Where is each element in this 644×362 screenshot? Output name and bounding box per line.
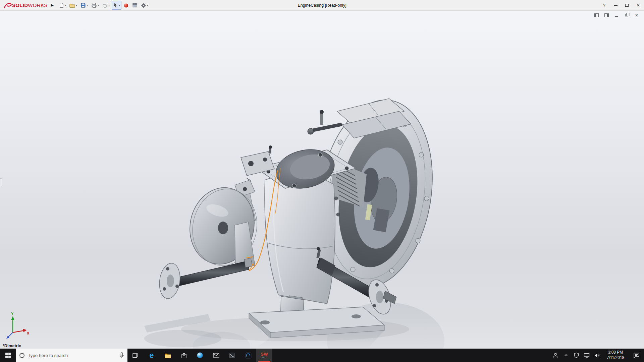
options-gear-icon: [141, 3, 146, 8]
view-orientation-label: *Dimetric: [3, 344, 21, 348]
open-button[interactable]: ▾: [68, 1, 78, 10]
design-table-icon: [132, 3, 138, 8]
edge-browser-button[interactable]: e: [144, 349, 160, 362]
start-button[interactable]: [0, 349, 16, 362]
graphics-viewport[interactable]: ✕: [0, 11, 644, 349]
undo-icon: [102, 3, 108, 8]
defender-button[interactable]: [572, 349, 580, 362]
new-caret[interactable]: ▾: [65, 4, 66, 7]
appearance-button[interactable]: [122, 1, 130, 10]
task-view-icon: [132, 353, 139, 358]
save-floppy-icon: [80, 3, 86, 8]
save-button[interactable]: ▾: [79, 1, 89, 10]
solidworks-app-label: SW: [261, 352, 268, 356]
restore-button[interactable]: [621, 0, 633, 10]
select-caret[interactable]: ▾: [119, 4, 120, 7]
open-folder-icon: [69, 3, 75, 8]
solidworks-taskbar-button[interactable]: SW 2017: [256, 349, 272, 362]
brand-works: WORKS: [28, 2, 47, 8]
pane-right-icon: [604, 13, 609, 17]
browser-orb-icon: [197, 352, 203, 359]
doc-restore-button[interactable]: [624, 13, 629, 17]
help-button[interactable]: ?: [598, 0, 610, 10]
window-controls: ? ✕: [598, 0, 644, 10]
close-button[interactable]: ✕: [633, 0, 644, 10]
undo-caret[interactable]: ▾: [108, 4, 110, 7]
options-caret[interactable]: ▾: [147, 4, 148, 7]
new-document-icon: [59, 3, 64, 8]
pane-left-button[interactable]: [594, 13, 599, 17]
shield-icon: [574, 353, 579, 358]
minimize-button[interactable]: [610, 0, 621, 10]
cortana-icon: [19, 353, 24, 358]
volume-button[interactable]: [593, 349, 601, 362]
action-center-button[interactable]: [630, 349, 643, 362]
people-icon: [552, 353, 558, 358]
command-prompt-button[interactable]: [224, 349, 240, 362]
dark-app-button[interactable]: [240, 349, 256, 362]
clutch-disc[interactable]: [183, 182, 264, 272]
save-caret[interactable]: ▾: [87, 4, 88, 7]
file-explorer-button[interactable]: [160, 349, 176, 362]
options-button[interactable]: ▾: [140, 1, 150, 10]
people-button[interactable]: [551, 349, 559, 362]
select-arrow-icon: [113, 3, 118, 8]
pane-left-icon: [594, 13, 599, 17]
design-table-button[interactable]: [131, 1, 139, 10]
menu-flyout-arrow[interactable]: ▶: [50, 3, 57, 7]
doc-restore-icon: [625, 14, 628, 16]
title-bar: SOLIDWORKS ▶ ▾ ▾ ▾: [0, 0, 644, 11]
network-display-icon: [584, 353, 590, 358]
print-button[interactable]: ▾: [90, 1, 100, 10]
left-mount-axle[interactable]: [157, 258, 252, 300]
open-caret[interactable]: ▾: [76, 4, 77, 7]
undo-button[interactable]: ▾: [101, 1, 111, 10]
command-prompt-icon: [229, 353, 235, 358]
reference-triad: Y X: [4, 312, 31, 340]
solidworks-logo: SOLIDWORKS: [0, 2, 50, 9]
search-input[interactable]: [28, 353, 116, 358]
pane-right-button[interactable]: [604, 13, 609, 17]
store-button[interactable]: [176, 349, 192, 362]
document-window-controls: ✕: [594, 13, 639, 17]
x-axis-arrow: [23, 329, 27, 332]
edge-icon: e: [150, 352, 154, 359]
print-icon: [91, 3, 97, 8]
new-document-button[interactable]: ▾: [57, 1, 67, 10]
brand-solid: SOLID: [12, 2, 28, 8]
doc-close-button[interactable]: ✕: [634, 13, 639, 17]
doc-minimize-button[interactable]: [614, 13, 619, 17]
solidworks-app-icon: SW 2017: [261, 352, 268, 359]
x-axis-label: X: [27, 331, 30, 335]
taskbar-clock[interactable]: 3:08 PM 7/11/2018: [603, 350, 628, 360]
store-bag-icon: [181, 352, 187, 359]
browser-orb-button[interactable]: [192, 349, 208, 362]
microphone-icon[interactable]: [119, 352, 124, 359]
taskbar-search[interactable]: [16, 349, 127, 362]
engine-casing-model[interactable]: [0, 11, 644, 349]
y-axis-label: Y: [11, 312, 14, 316]
clock-time: 3:08 PM: [605, 350, 626, 355]
clock-date: 7/11/2018: [605, 355, 626, 361]
y-axis-arrow: [11, 316, 14, 320]
select-tool-button[interactable]: ▾: [112, 1, 121, 10]
doc-minimize-icon: [615, 16, 618, 17]
speaker-icon: [594, 353, 600, 358]
appearance-sphere-icon: [123, 3, 129, 8]
network-button[interactable]: [583, 349, 591, 362]
mail-button[interactable]: [208, 349, 224, 362]
file-explorer-icon: [164, 353, 171, 358]
solidworks-app-year: 2017: [262, 357, 267, 359]
restore-icon: [625, 4, 629, 7]
action-center-icon: [633, 353, 640, 358]
print-caret[interactable]: ▾: [98, 4, 99, 7]
ds-logo-icon: [3, 2, 12, 9]
windows-logo-icon: [5, 353, 11, 358]
task-view-button[interactable]: [127, 349, 144, 362]
minimize-icon: [614, 5, 618, 6]
system-tray: 3:08 PM 7/11/2018: [551, 349, 644, 362]
mail-icon: [213, 353, 219, 358]
main-toolbar: ▾ ▾ ▾ ▾: [57, 0, 150, 10]
dark-app-icon: [245, 352, 252, 359]
hidden-icons-button[interactable]: [562, 349, 570, 362]
